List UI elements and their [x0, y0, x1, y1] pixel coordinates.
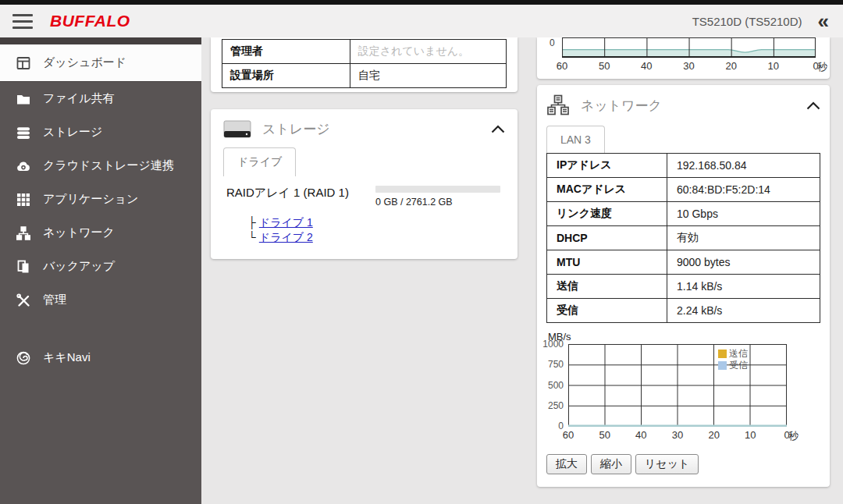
legend-swatch-send [718, 350, 727, 358]
storage-usage-bar [375, 186, 500, 193]
table-row: 送信1.14 kB/s [547, 275, 820, 299]
buffalo-nas-dashboard: BUFFALO TS5210D (TS5210D) « ダッシュボード ファイル… [0, 0, 843, 504]
device-info-table: 管理者 設定されていません。 設置場所 自宅 [222, 39, 507, 88]
reset-button[interactable]: リセット [635, 454, 699, 474]
network-card-title: ネットワーク [581, 97, 662, 115]
mini-chart-y-tick: 0 [550, 37, 555, 48]
list-item: └ ドライブ 2 [248, 230, 505, 245]
drive-tree: ├ ドライブ 1 └ ドライブ 2 [223, 215, 505, 245]
sidebar-item-label: 管理 [43, 293, 66, 307]
table-row: リンク速度10 Gbps [547, 202, 820, 226]
raid-array-label: RAIDアレイ 1 (RAID 1) [223, 186, 375, 201]
kikinavi-swirl-icon [16, 350, 31, 366]
drive-2-link[interactable]: ドライブ 2 [259, 231, 313, 243]
sidebar-item-label: ファイル共有 [43, 91, 114, 106]
sidebar-item-label: ダッシュボード [43, 55, 126, 70]
info-row-label: 設置場所 [222, 64, 350, 88]
tab-drive[interactable]: ドライブ [223, 147, 296, 176]
sidebar-item-label: クラウドストレージ連携 [43, 158, 174, 173]
table-row: MTU9000 bytes [547, 250, 820, 275]
sidebar-item-label: バックアップ [43, 259, 115, 274]
sidebar-item-cloud-storage[interactable]: クラウドストレージ連携 [0, 149, 201, 183]
dashboard-icon [16, 55, 31, 71]
chart-legend: 送信 受信 [718, 348, 748, 371]
drive-1-link[interactable]: ドライブ 1 [259, 216, 313, 229]
storage-usage-text: 0 GB / 2761.2 GB [375, 197, 500, 208]
storage-card: ストレージ ドライブ RAIDアレイ 1 (RAID 1) 0 GB / 276… [211, 109, 518, 259]
app-header: BUFFALO TS5210D (TS5210D) « [0, 5, 843, 37]
legend-label: 受信 [729, 360, 748, 371]
cloud-gear-icon [16, 158, 31, 174]
sidebar-item-storage[interactable]: ストレージ [0, 115, 201, 149]
legend-label: 送信 [729, 348, 748, 360]
throughput-plot-area: 送信 受信 [568, 344, 787, 427]
table-row: IPアドレス192.168.50.84 [547, 154, 820, 178]
mini-chart-x-axis: 60 50 40 30 20 10 0 秒 [562, 60, 816, 74]
hamburger-menu-icon[interactable] [12, 14, 33, 29]
list-item: ├ ドライブ 1 [248, 215, 505, 230]
backup-pages-icon [16, 259, 31, 275]
table-row: DHCP有効 [547, 226, 820, 250]
throughput-chart: 1000 750 500 250 0 [568, 344, 787, 443]
folder-icon [16, 91, 31, 107]
tools-icon [16, 293, 31, 308]
table-row: 設置場所 自宅 [222, 64, 507, 88]
sidebar-item-dashboard[interactable]: ダッシュボード [0, 44, 201, 82]
sidebar-item-label: アプリケーション [43, 192, 138, 207]
storage-card-title: ストレージ [262, 120, 330, 138]
throughput-x-axis: 60 50 40 30 20 10 0 秒 [568, 429, 787, 443]
network-nodes-icon [16, 225, 31, 241]
network-info-table: IPアドレス192.168.50.84 MACアドレス60:84:BD:F5:2… [546, 153, 820, 323]
hdd-icon [223, 120, 251, 138]
sidebar-item-network[interactable]: ネットワーク [0, 216, 201, 250]
legend-swatch-receive [718, 361, 727, 370]
tab-lan3[interactable]: LAN 3 [546, 126, 605, 153]
sidebar-item-kikinavi[interactable]: キキNavi [0, 341, 201, 374]
system-monitor-card: 0 [537, 37, 830, 79]
device-name: TS5210D (TS5210D) [692, 15, 802, 28]
table-row: 受信2.24 kB/s [547, 299, 820, 323]
sidebar-gap [0, 317, 201, 341]
sidebar-item-applications[interactable]: アプリケーション [0, 183, 201, 216]
x-axis-unit: 秒 [818, 60, 828, 74]
chevron-up-icon[interactable] [806, 101, 820, 110]
info-row-value: 自宅 [350, 64, 506, 88]
mini-chart-plot: 0 [562, 37, 816, 58]
table-row: 管理者 設定されていません。 [222, 40, 507, 64]
collapse-panel-icon[interactable]: « [818, 11, 829, 31]
zoom-in-button[interactable]: 拡大 [546, 454, 587, 474]
chevron-up-icon[interactable] [491, 125, 505, 133]
apps-grid-icon [16, 192, 31, 208]
table-row: MACアドレス60:84:BD:F5:2D:14 [547, 178, 820, 202]
buffalo-logo: BUFFALO [50, 12, 130, 30]
sidebar-item-label: ネットワーク [43, 225, 115, 240]
chart-unit-label: MB/s [548, 331, 820, 343]
network-card: ネットワーク LAN 3 IPアドレス192.168.50.84 MACアドレス… [537, 85, 830, 487]
content-area: 管理者 設定されていません。 設置場所 自宅 [201, 37, 843, 504]
sidebar-top-band [0, 37, 201, 44]
sidebar-item-backup[interactable]: バックアップ [0, 250, 201, 283]
info-row-value: 設定されていません。 [358, 44, 469, 57]
sidebar-item-file-sharing[interactable]: ファイル共有 [0, 82, 201, 115]
zoom-out-button[interactable]: 縮小 [591, 454, 631, 474]
disks-icon [16, 125, 31, 140]
sidebar-item-label: ストレージ [43, 125, 102, 140]
info-row-label: 管理者 [222, 40, 350, 64]
x-axis-unit: 秒 [789, 429, 799, 443]
sidebar-item-settings[interactable]: 管理 [0, 283, 201, 317]
sidebar-item-label: キキNavi [43, 350, 91, 365]
network-topology-icon [546, 94, 570, 116]
sidebar: ダッシュボード ファイル共有 ストレージ クラウドストレージ連携 [0, 37, 201, 504]
device-info-card: 管理者 設定されていません。 設置場所 自宅 [211, 37, 518, 92]
